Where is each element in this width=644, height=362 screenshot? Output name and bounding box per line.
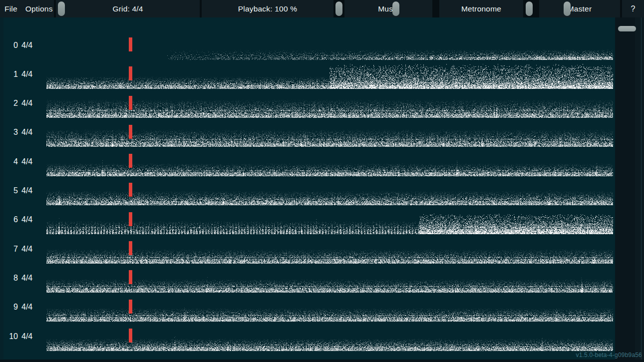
track-time-signature: 4/4 [21,70,32,79]
track-number: 1 [0,70,18,79]
track-row-label[interactable]: 84/4 [0,273,45,283]
app-window: File Options Grid: 4/4 Playback: 100 % M… [0,0,644,362]
track-time-signature: 4/4 [21,186,32,195]
playback-control[interactable]: Playback: 100 % [202,0,333,17]
track-time-signature: 4/4 [21,215,32,224]
track-number: 6 [0,215,18,224]
track-number: 2 [0,99,18,108]
track-row-label[interactable]: 104/4 [0,332,45,342]
version-label: v1.5.0-beta-4-g09b9a56 [576,352,643,359]
track-number: 0 [0,41,18,50]
slider-handle[interactable] [392,1,399,16]
track-time-signature: 4/4 [21,157,32,166]
track-time-signature: 4/4 [21,332,32,341]
track-number: 4 [0,157,18,166]
vertical-scrollbar[interactable] [615,17,644,362]
track-row-label[interactable]: 64/4 [0,215,45,225]
track-time-signature: 4/4 [21,41,32,50]
grid-label: Grid: 4/4 [112,4,143,13]
track-number: 10 [0,332,18,341]
track-row-label[interactable]: 34/4 [0,127,45,137]
track-number: 5 [0,186,18,195]
track-number: 7 [0,245,18,254]
track-time-signature: 4/4 [21,128,32,137]
track-row-label[interactable]: 44/4 [0,157,45,167]
menubar: File Options Grid: 4/4 Playback: 100 % M… [0,0,644,17]
music-volume-slider[interactable]: Music [344,0,432,17]
metronome-volume-slider[interactable]: Metronome [439,0,523,17]
track-labels: 04/414/424/434/444/454/464/474/484/494/4… [0,0,46,362]
track-row-label[interactable]: 04/4 [0,40,45,50]
playhead[interactable] [129,37,132,343]
track-number: 3 [0,128,18,137]
track-time-signature: 4/4 [21,245,32,254]
help-button[interactable]: ? [622,0,644,17]
track-time-signature: 4/4 [21,303,32,312]
grid-control[interactable]: Grid: 4/4 [56,0,200,17]
metronome-label: Metronome [461,4,501,13]
track-number: 8 [0,274,18,283]
track-number: 9 [0,303,18,312]
scrollbar-thumb[interactable] [618,26,636,31]
menu-file[interactable]: File [4,4,17,13]
slider-handle[interactable] [526,1,533,16]
track-time-signature: 4/4 [21,274,32,283]
slider-handle[interactable] [58,1,65,16]
menu-bar-group: File Options [0,0,54,17]
track-row-label[interactable]: 54/4 [0,186,45,196]
bottom-edge [0,360,644,362]
track-row-label[interactable]: 24/4 [0,98,45,108]
slider-handle[interactable] [335,1,342,16]
track-row-label[interactable]: 74/4 [0,244,45,254]
scrollbar-track[interactable] [615,17,635,362]
track-row-label[interactable]: 14/4 [0,69,45,79]
help-question-icon: ? [631,4,635,13]
track-row-label[interactable]: 94/4 [0,302,45,312]
track-time-signature: 4/4 [21,99,32,108]
menu-options[interactable]: Options [25,4,53,13]
window-edge-line [641,17,642,362]
slider-handle[interactable] [564,1,571,16]
master-label: Master [568,4,592,13]
playback-label: Playback: 100 % [238,4,297,13]
master-volume-slider[interactable]: Master [539,0,620,17]
